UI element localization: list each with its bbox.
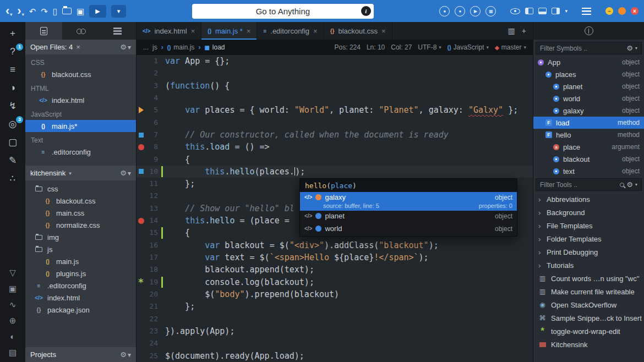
tree-item[interactable]: {}normalize.css — [25, 219, 136, 231]
media-icon[interactable]: ▣ — [7, 284, 19, 293]
tool-folder[interactable]: ›Background — [533, 206, 644, 219]
code-line[interactable]: 21 }; — [137, 300, 533, 312]
gutter-margin[interactable] — [137, 300, 145, 312]
browser-icon[interactable]: ◑ — [7, 83, 19, 92]
code-line[interactable]: 23}).apply(App); — [137, 325, 533, 337]
tool-item[interactable]: ▥Count words …n using "wc" — [533, 272, 644, 285]
tool-folder[interactable]: ›Abbreviations — [533, 193, 644, 206]
toggle-bottom-pane-button[interactable] — [538, 8, 547, 14]
code-line[interactable]: *19 console.log(blackout); — [137, 276, 533, 288]
status-javascript[interactable]: ()JavaScript▾ — [447, 43, 489, 51]
gutter-margin[interactable] — [137, 264, 145, 276]
storage-icon[interactable]: ▤ — [7, 348, 19, 356]
chart-icon[interactable]: ∿ — [7, 300, 19, 309]
share-icon[interactable]: ∴ — [7, 174, 19, 183]
menu-button[interactable] — [582, 8, 591, 15]
code-line[interactable]: 7 // Our constructor, called when the do… — [137, 129, 533, 141]
gutter-margin[interactable] — [137, 325, 145, 337]
outline-icon[interactable]: ≡ — [7, 65, 19, 74]
editor-tab[interactable]: {}blackout.css× — [324, 22, 392, 40]
gutter-margin[interactable] — [137, 104, 145, 116]
tool-item[interactable]: ⌘Sample Snippe…ck to Insert — [533, 311, 644, 325]
close-button[interactable]: × — [631, 7, 638, 15]
symbols-menu[interactable]: ⚙▾ — [626, 44, 637, 52]
gutter-margin[interactable] — [137, 350, 145, 362]
tree-item[interactable]: {}main.css — [25, 207, 136, 219]
toggle-left-pane-button[interactable] — [525, 8, 533, 14]
filter-symbols-input[interactable]: Filter Symbols .. ⚙▾ — [536, 42, 642, 54]
help-icon[interactable]: ?1 — [7, 47, 19, 56]
places-pin-icon[interactable]: ◎3 — [7, 119, 19, 129]
info-icon[interactable]: i — [361, 6, 371, 16]
go-to-anything-input[interactable]: Go to Anything i — [192, 4, 374, 19]
toggle-right-pane-button[interactable] — [552, 8, 560, 14]
macro-record-icon[interactable]: ● — [439, 6, 450, 17]
new-tab-button[interactable]: + — [522, 26, 526, 35]
editor-tab[interactable]: ≡.editorconfig× — [257, 22, 324, 40]
open-file-item[interactable]: ()main.js* — [25, 120, 136, 132]
gutter-margin[interactable] — [137, 215, 145, 227]
tool-item[interactable]: *toggle-word-wrap-edit — [533, 325, 644, 338]
panes-dropdown[interactable]: ▾ — [565, 9, 567, 14]
code-line[interactable]: 17 var text = $(`<span>Hello ${place}!</… — [137, 251, 533, 264]
symbol-item[interactable]: Fhellomethod — [533, 129, 644, 141]
gutter-margin[interactable] — [137, 166, 145, 178]
tree-item[interactable]: ()plugins.js — [25, 267, 136, 279]
packages-icon[interactable]: ⊕ — [7, 316, 19, 325]
macro-list-icon[interactable]: ▦ — [485, 6, 496, 17]
code-line[interactable]: 9 { — [137, 153, 533, 166]
macro-play-icon[interactable]: ▶ — [470, 6, 481, 17]
code-line[interactable]: 6 — [137, 117, 533, 129]
new-file-button[interactable]: ▯ — [53, 7, 57, 15]
gutter-margin[interactable] — [137, 337, 145, 349]
status-utf-8[interactable]: UTF-8▾ — [418, 43, 441, 51]
gutter-margin[interactable]: * — [137, 276, 145, 288]
run-dropdown-button[interactable]: ▾ — [111, 5, 127, 18]
tree-item[interactable]: {}package.json — [25, 304, 136, 316]
gutter-margin[interactable] — [137, 80, 145, 92]
code-line[interactable]: 4 — [137, 92, 533, 104]
code-line[interactable]: 22 — [137, 313, 533, 325]
code-line[interactable]: 16 var blackout = $("<div>").addClass("b… — [137, 239, 533, 251]
tree-item[interactable]: ()main.js — [25, 255, 136, 267]
restore-button[interactable] — [618, 7, 626, 15]
tool-item[interactable]: Kitchensink — [533, 338, 644, 351]
forward-button[interactable]: ›▾ — [17, 5, 24, 17]
gutter-margin[interactable] — [137, 55, 145, 67]
gutter-margin[interactable] — [137, 129, 145, 141]
symbol-item[interactable]: blackoutobject — [533, 153, 644, 165]
breadcrumb-file[interactable]: ()main.js — [167, 43, 195, 51]
tool-item[interactable]: ◉Open StackOverflow — [533, 298, 644, 311]
code-line[interactable]: 10 this.hello(places.); — [137, 166, 533, 178]
symbol-item[interactable]: galaxyobject — [533, 105, 644, 117]
code-line[interactable]: 8 this.load = () => — [137, 141, 533, 153]
globe-icon[interactable]: ◐ — [7, 332, 19, 341]
close-icon[interactable]: × — [191, 27, 195, 35]
preview-eye-icon[interactable] — [510, 8, 520, 14]
gutter-margin[interactable] — [137, 227, 145, 239]
close-icon[interactable]: × — [76, 43, 80, 51]
symbol-item[interactable]: planetobject — [533, 80, 644, 92]
status-master[interactable]: ◆master▾ — [495, 43, 526, 51]
gutter-margin[interactable] — [137, 288, 145, 300]
tool-folder[interactable]: ›Tutorials — [533, 259, 644, 272]
format-icon[interactable]: ✎ — [7, 156, 19, 165]
tree-item[interactable]: css — [25, 183, 136, 195]
code-line[interactable]: 20 $("body").prepend(blackout) — [137, 288, 533, 300]
code-line[interactable]: 25$(document).ready(App.load); — [137, 350, 533, 362]
code-line[interactable]: 24 — [137, 337, 533, 349]
tool-folder[interactable]: ›File Templates — [533, 219, 644, 232]
gutter-margin[interactable] — [137, 202, 145, 215]
back-button[interactable]: ‹▾ — [6, 5, 12, 17]
symbol-item[interactable]: worldobject — [533, 92, 644, 105]
open-files-menu[interactable]: ⚙▾ — [120, 43, 131, 51]
dynamic-button-icon[interactable] — [585, 26, 593, 35]
open-file-item[interactable]: {}blackout.css — [25, 68, 136, 80]
code-line[interactable]: 2 — [137, 67, 533, 79]
preview-window-icon[interactable]: ▢ — [7, 138, 19, 147]
filter-tools-input[interactable]: Filter Tools .. ⚙▾ — [536, 178, 642, 191]
tool-folder[interactable]: ›Folder Templates — [533, 232, 644, 245]
tree-item[interactable]: </>index.html — [25, 292, 136, 304]
editor-tab[interactable]: </>index.html× — [137, 22, 201, 40]
close-icon[interactable]: × — [313, 27, 318, 35]
